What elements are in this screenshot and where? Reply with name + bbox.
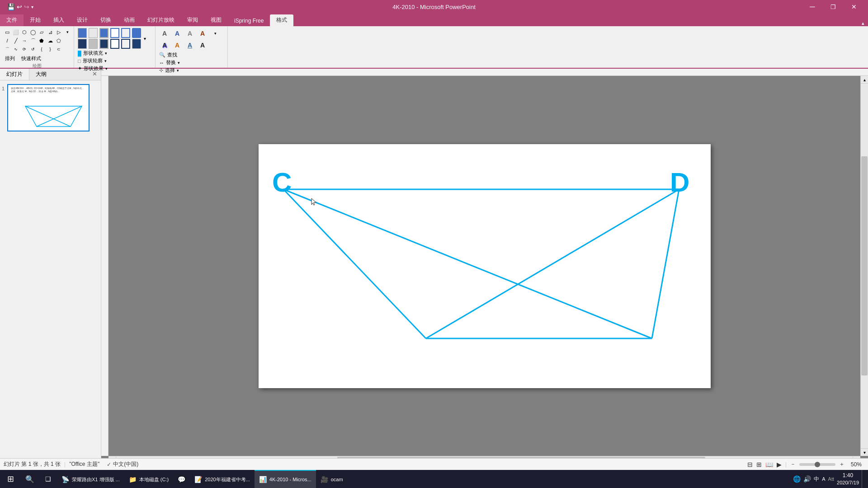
search-button[interactable]: 🔍 (21, 470, 39, 488)
wordart-7[interactable]: A (184, 40, 195, 51)
shape-tool3[interactable]: ◯ (28, 28, 38, 36)
style-swatch-7[interactable] (78, 39, 87, 49)
tab-design[interactable]: 设计 (71, 14, 94, 26)
tab-insert[interactable]: 插入 (47, 14, 71, 26)
style-swatch-11[interactable] (121, 39, 130, 49)
taskbar-item-router[interactable]: 📡 荣耀路由X1 增强版 ... (57, 470, 124, 488)
style-swatch-3[interactable] (99, 28, 108, 38)
tray-volume[interactable]: 🔊 (803, 475, 811, 483)
wordart-6[interactable]: A (172, 40, 183, 51)
shape-tool9[interactable]: ⬠ (54, 37, 63, 45)
taskbar-item-ocam[interactable]: 🎥 ocam (316, 470, 348, 488)
system-clock[interactable]: 1:40 2020/7/19 (837, 472, 859, 486)
panel-tab-outline[interactable]: 大纲 (29, 69, 53, 80)
tab-home[interactable]: 开始 (24, 14, 47, 26)
tab-view[interactable]: 视图 (204, 14, 228, 26)
restore-button[interactable]: ❐ (823, 0, 844, 14)
shape-tool6[interactable]: ▷ (54, 28, 63, 36)
taskbar-item-wechat[interactable]: 💬 (173, 470, 190, 488)
shape-tool7[interactable]: ⬟ (37, 37, 46, 45)
view-normal-btn[interactable]: ⊟ (747, 461, 753, 468)
save-button[interactable]: 💾 (7, 3, 15, 10)
arrow-tool[interactable]: → (20, 37, 29, 45)
tab-transitions[interactable]: 切换 (94, 14, 118, 26)
wordart-2[interactable]: A (172, 28, 183, 39)
styles-more[interactable]: ▾ (144, 36, 146, 41)
wordart-8[interactable]: A (197, 40, 208, 51)
task-view-button[interactable]: ❑ (39, 470, 57, 488)
taskbar-item-ppt[interactable]: 📊 4K-2010 - Micros... (255, 470, 316, 488)
shape-t2[interactable]: ∿ (11, 45, 20, 53)
zoom-level[interactable]: 50% (848, 461, 864, 468)
connector-tool[interactable]: ⌒ (28, 37, 38, 45)
tab-ispring[interactable]: iSpring Free (228, 16, 270, 26)
view-sorter-btn[interactable]: ⊞ (756, 461, 762, 468)
quick-styles-button[interactable]: 快速样式 (19, 54, 43, 63)
style-swatch-10[interactable] (110, 39, 119, 49)
slide-canvas[interactable]: C D (259, 144, 711, 388)
show-desktop-btn[interactable] (862, 470, 864, 488)
view-reading-btn[interactable]: 📖 (765, 461, 773, 468)
vertical-scrollbar[interactable]: ▴ ▾ (860, 76, 868, 456)
ribbon-collapse[interactable]: ▴ (862, 20, 864, 26)
line-tool[interactable]: / (3, 37, 12, 45)
shape-tool5[interactable]: ⊿ (46, 28, 55, 36)
shape-tool2[interactable]: ⬡ (20, 28, 29, 36)
style-swatch-5[interactable] (121, 28, 130, 38)
scroll-up[interactable]: ▴ (861, 76, 868, 84)
zoom-out-btn[interactable]: － (790, 460, 796, 468)
language-indicator[interactable]: ✓ 中文(中国) (107, 460, 138, 468)
shape-t8[interactable] (63, 45, 72, 53)
tray-language[interactable]: 中 (814, 475, 819, 483)
taskbar-item-word[interactable]: 📝 2020年福建省中考... (190, 470, 255, 488)
shape-t5[interactable]: { (37, 45, 46, 53)
arrange-button[interactable]: 排列 (3, 54, 17, 63)
style-swatch-4[interactable] (110, 28, 119, 38)
shape-more[interactable]: ▾ (63, 28, 72, 36)
shape-fill-button[interactable]: █ 形状填充 ▾ (78, 50, 151, 56)
rect-shape[interactable]: ▭ (3, 28, 12, 36)
scroll-thumb-v[interactable] (861, 156, 868, 375)
shape-t1[interactable]: ⌒ (3, 45, 12, 53)
shape-tool8[interactable]: ☁ (46, 37, 55, 45)
slide-item-1[interactable]: 1 设定ABCD中，ABCD, CD=2AB，对角线AB，CD相交于点M，N的中… (2, 84, 99, 131)
style-swatch-8[interactable] (89, 39, 98, 49)
style-swatch-9[interactable] (99, 39, 108, 49)
taskbar-item-explorer[interactable]: 📁 本地磁盘 (C:) (124, 470, 173, 488)
shape-t4[interactable]: ↺ (28, 45, 38, 53)
style-swatch-2[interactable] (89, 28, 98, 38)
find-button[interactable]: 🔍 查找 (159, 52, 224, 58)
tab-animations[interactable]: 动画 (118, 14, 141, 26)
shape-t7[interactable]: ⊂ (54, 45, 63, 53)
select-button[interactable]: ⊹ 选择 ▾ (159, 67, 224, 74)
replace-button[interactable]: ↔ 替换 ▾ (159, 59, 224, 66)
shape-tool[interactable]: ⬜ (11, 28, 20, 36)
wordart-1[interactable]: A (159, 28, 170, 39)
shape-tool4[interactable]: ▱ (37, 28, 46, 36)
tab-file[interactable]: 文件 (0, 14, 24, 26)
tab-format[interactable]: 格式 (270, 14, 293, 26)
shape-effects-button[interactable]: ✦ 形状效果 ▾ (78, 65, 151, 72)
wordart-5[interactable]: A (159, 40, 170, 51)
redo-button[interactable]: ↪ (24, 3, 29, 10)
shape-more2[interactable] (63, 37, 72, 45)
start-button[interactable]: ⊞ (0, 470, 21, 488)
wordart-3[interactable]: A (184, 28, 195, 39)
shape-t6[interactable]: } (46, 45, 55, 53)
line-tool2[interactable]: ╱ (11, 37, 20, 45)
shape-t3[interactable]: ⟳ (20, 45, 29, 53)
tray-input[interactable]: A (822, 476, 825, 482)
tab-slideshow[interactable]: 幻灯片放映 (141, 14, 181, 26)
minimize-button[interactable]: ─ (802, 0, 823, 14)
qat-dropdown[interactable]: ▾ (31, 5, 33, 9)
zoom-in-btn[interactable]: ＋ (839, 460, 844, 468)
zoom-slider[interactable] (799, 463, 835, 466)
undo-button[interactable]: ↩ (17, 3, 22, 10)
style-swatch-1[interactable] (78, 28, 87, 38)
tray-network[interactable]: 🌐 (793, 475, 801, 483)
style-swatch-12[interactable] (132, 39, 141, 49)
wordart-more[interactable]: ▾ (210, 28, 221, 39)
style-swatch-6[interactable] (132, 28, 141, 38)
shape-outline-button[interactable]: □ 形状轮廓 ▾ (78, 57, 151, 64)
scroll-down[interactable]: ▾ (861, 448, 868, 456)
